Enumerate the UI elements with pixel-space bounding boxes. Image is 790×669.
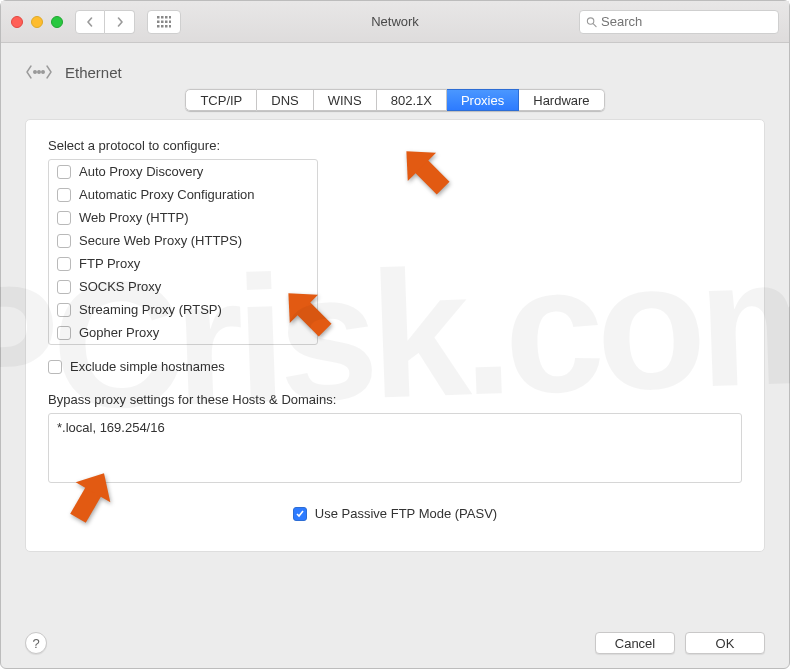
button-label: OK [716,636,735,651]
protocol-label: Auto Proxy Discovery [79,164,203,179]
back-button[interactable] [75,10,105,34]
tab-label: DNS [271,93,298,108]
ok-button[interactable]: OK [685,632,765,654]
tab-label: Hardware [533,93,589,108]
interface-name: Ethernet [65,64,122,81]
svg-point-16 [42,71,45,74]
pasv-label: Use Passive FTP Mode (PASV) [315,506,497,521]
show-all-button[interactable] [147,10,181,34]
svg-point-15 [34,71,37,74]
chevron-left-icon [85,17,95,27]
svg-rect-1 [161,16,164,19]
svg-rect-7 [169,20,171,23]
minimize-window-button[interactable] [31,16,43,28]
proxies-panel: Select a protocol to configure: Auto Pro… [25,119,765,552]
protocol-label: Automatic Proxy Configuration [79,187,255,202]
svg-point-12 [587,17,593,23]
svg-line-13 [593,23,596,26]
search-field[interactable] [579,10,779,34]
button-label: Cancel [615,636,655,651]
close-window-button[interactable] [11,16,23,28]
protocol-label: FTP Proxy [79,256,140,271]
svg-rect-9 [161,25,164,28]
protocol-item[interactable]: Auto Proxy Discovery [49,160,317,183]
checkbox[interactable] [57,211,71,225]
protocol-label: Streaming Proxy (RTSP) [79,302,222,317]
ethernet-icon [25,61,53,83]
protocol-item[interactable]: Web Proxy (HTTP) [49,206,317,229]
tab-8021x[interactable]: 802.1X [377,89,447,111]
zoom-window-button[interactable] [51,16,63,28]
tab-tcpip[interactable]: TCP/IP [185,89,257,111]
tab-label: TCP/IP [200,93,242,108]
search-input[interactable] [601,14,772,29]
protocol-label: Web Proxy (HTTP) [79,210,189,225]
protocol-item[interactable]: Streaming Proxy (RTSP) [49,298,317,321]
protocol-item[interactable]: Secure Web Proxy (HTTPS) [49,229,317,252]
svg-rect-0 [157,16,160,19]
checkbox[interactable] [57,257,71,271]
svg-rect-10 [165,25,168,28]
checkbox[interactable] [57,280,71,294]
tab-label: WINS [328,93,362,108]
tab-hardware[interactable]: Hardware [519,89,604,111]
help-button[interactable]: ? [25,632,47,654]
window: Network Ethernet TCP/IP DNS WINS 802.1X … [0,0,790,669]
protocol-label: Gopher Proxy [79,325,159,340]
protocol-item[interactable]: FTP Proxy [49,252,317,275]
exclude-hostnames-row: Exclude simple hostnames [48,359,742,374]
tab-label: 802.1X [391,93,432,108]
protocol-item[interactable]: Gopher Proxy [49,321,317,344]
bypass-textarea[interactable] [48,413,742,483]
forward-button[interactable] [105,10,135,34]
checkbox[interactable] [57,303,71,317]
protocol-item[interactable]: Automatic Proxy Configuration [49,183,317,206]
svg-rect-6 [165,20,168,23]
footer: ? Cancel OK [25,632,765,654]
tab-label: Proxies [461,93,504,108]
nav-buttons [75,10,135,34]
protocol-label: SOCKS Proxy [79,279,161,294]
protocol-label: Secure Web Proxy (HTTPS) [79,233,242,248]
svg-rect-11 [169,25,171,28]
checkbox[interactable] [57,165,71,179]
svg-rect-2 [165,16,168,19]
cancel-button[interactable]: Cancel [595,632,675,654]
titlebar: Network [1,1,789,43]
exclude-checkbox[interactable] [48,360,62,374]
svg-point-14 [38,71,41,74]
protocol-list[interactable]: Auto Proxy Discovery Automatic Proxy Con… [48,159,318,345]
help-label: ? [32,636,39,651]
pasv-row: Use Passive FTP Mode (PASV) [48,506,742,521]
svg-rect-8 [157,25,160,28]
tabs: TCP/IP DNS WINS 802.1X Proxies Hardware [185,89,604,111]
checkbox[interactable] [57,326,71,340]
svg-rect-4 [157,20,160,23]
tab-proxies[interactable]: Proxies [447,89,519,111]
exclude-hostnames-label: Exclude simple hostnames [70,359,225,374]
tab-wins[interactable]: WINS [314,89,377,111]
checkbox[interactable] [57,188,71,202]
chevron-right-icon [115,17,125,27]
protocol-item[interactable]: SOCKS Proxy [49,275,317,298]
tabs-row: TCP/IP DNS WINS 802.1X Proxies Hardware [1,89,789,111]
search-icon [586,16,597,28]
tab-dns[interactable]: DNS [257,89,313,111]
svg-rect-5 [161,20,164,23]
bypass-label: Bypass proxy settings for these Hosts & … [48,392,742,407]
pasv-checkbox[interactable] [293,507,307,521]
interface-header: Ethernet [1,43,789,93]
grid-icon [157,16,171,28]
checkbox[interactable] [57,234,71,248]
window-controls [11,16,63,28]
svg-rect-3 [169,16,171,19]
select-protocol-label: Select a protocol to configure: [48,138,742,153]
